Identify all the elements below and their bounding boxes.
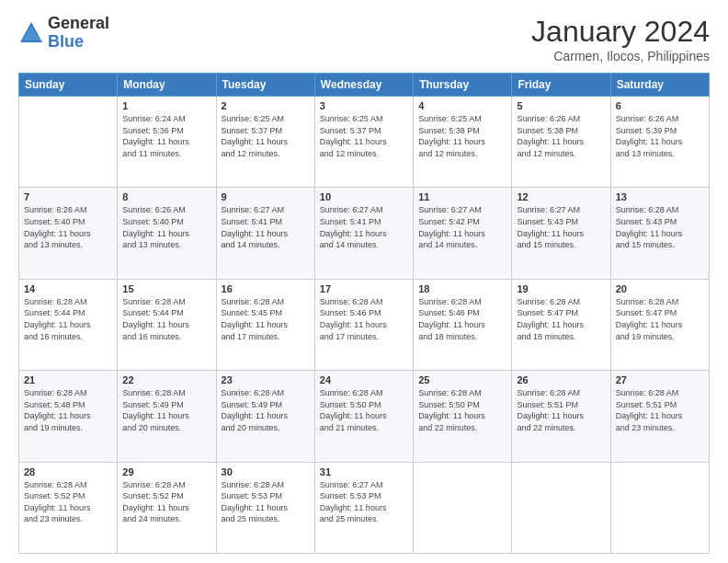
calendar-cell: 5Sunrise: 6:26 AMSunset: 5:38 PMDaylight… (512, 97, 610, 188)
day-number: 5 (517, 100, 605, 111)
day-info: Sunrise: 6:24 AMSunset: 5:36 PMDaylight:… (122, 113, 210, 159)
calendar-cell: 14Sunrise: 6:28 AMSunset: 5:44 PMDayligh… (19, 279, 118, 370)
day-info: Sunrise: 6:28 AMSunset: 5:46 PMDaylight:… (320, 296, 408, 342)
day-number: 9 (222, 191, 310, 202)
calendar-cell: 1Sunrise: 6:24 AMSunset: 5:36 PMDaylight… (118, 97, 216, 188)
calendar-cell: 6Sunrise: 6:26 AMSunset: 5:39 PMDaylight… (610, 97, 709, 188)
day-info: Sunrise: 6:27 AMSunset: 5:53 PMDaylight:… (320, 479, 408, 525)
calendar-cell: 15Sunrise: 6:28 AMSunset: 5:44 PMDayligh… (118, 279, 216, 370)
calendar-body: 1Sunrise: 6:24 AMSunset: 5:36 PMDaylight… (19, 97, 710, 554)
calendar-cell: 25Sunrise: 6:28 AMSunset: 5:50 PMDayligh… (414, 371, 512, 462)
month-title: January 2024 (531, 15, 710, 49)
day-number: 14 (24, 283, 112, 294)
day-header-friday: Friday (512, 74, 610, 97)
day-header-sunday: Sunday (19, 74, 118, 97)
day-number: 1 (122, 100, 210, 111)
calendar-cell (610, 462, 709, 553)
day-number: 20 (616, 283, 704, 294)
day-info: Sunrise: 6:28 AMSunset: 5:50 PMDaylight:… (320, 387, 408, 433)
calendar-cell: 19Sunrise: 6:28 AMSunset: 5:47 PMDayligh… (512, 279, 610, 370)
calendar-cell: 16Sunrise: 6:28 AMSunset: 5:45 PMDayligh… (216, 279, 314, 370)
logo: General Blue (18, 15, 109, 52)
day-header-thursday: Thursday (414, 74, 512, 97)
calendar-week-1: 1Sunrise: 6:24 AMSunset: 5:36 PMDaylight… (19, 97, 710, 188)
day-header-saturday: Saturday (610, 74, 709, 97)
calendar-cell: 7Sunrise: 6:26 AMSunset: 5:40 PMDaylight… (19, 188, 118, 279)
calendar-cell: 20Sunrise: 6:28 AMSunset: 5:47 PMDayligh… (610, 279, 709, 370)
day-number: 27 (616, 374, 704, 385)
day-info: Sunrise: 6:28 AMSunset: 5:47 PMDaylight:… (616, 296, 704, 342)
day-info: Sunrise: 6:27 AMSunset: 5:41 PMDaylight:… (320, 204, 408, 250)
day-info: Sunrise: 6:28 AMSunset: 5:52 PMDaylight:… (122, 479, 210, 525)
calendar-cell: 21Sunrise: 6:28 AMSunset: 5:48 PMDayligh… (19, 371, 118, 462)
day-info: Sunrise: 6:25 AMSunset: 5:37 PMDaylight:… (320, 113, 408, 159)
calendar-cell: 4Sunrise: 6:25 AMSunset: 5:38 PMDaylight… (414, 97, 512, 188)
calendar-cell: 12Sunrise: 6:27 AMSunset: 5:43 PMDayligh… (512, 188, 610, 279)
day-number: 8 (122, 191, 210, 202)
calendar-cell: 26Sunrise: 6:28 AMSunset: 5:51 PMDayligh… (512, 371, 610, 462)
day-info: Sunrise: 6:26 AMSunset: 5:40 PMDaylight:… (24, 204, 112, 250)
day-info: Sunrise: 6:28 AMSunset: 5:45 PMDaylight:… (222, 296, 310, 342)
header: General Blue January 2024 Carmen, Ilocos… (18, 15, 710, 63)
calendar-cell: 11Sunrise: 6:27 AMSunset: 5:42 PMDayligh… (414, 188, 512, 279)
day-info: Sunrise: 6:25 AMSunset: 5:38 PMDaylight:… (418, 113, 506, 159)
logo-icon (18, 20, 44, 46)
day-info: Sunrise: 6:26 AMSunset: 5:40 PMDaylight:… (122, 204, 210, 250)
day-number: 4 (418, 100, 506, 111)
day-number: 26 (517, 374, 605, 385)
calendar-cell: 27Sunrise: 6:28 AMSunset: 5:51 PMDayligh… (610, 371, 709, 462)
day-number: 31 (320, 466, 408, 477)
day-number: 7 (24, 191, 112, 202)
day-info: Sunrise: 6:28 AMSunset: 5:43 PMDaylight:… (616, 204, 704, 250)
calendar-cell: 10Sunrise: 6:27 AMSunset: 5:41 PMDayligh… (314, 188, 413, 279)
day-info: Sunrise: 6:28 AMSunset: 5:48 PMDaylight:… (24, 387, 112, 433)
logo-blue-text: Blue (48, 33, 109, 52)
day-info: Sunrise: 6:28 AMSunset: 5:49 PMDaylight:… (222, 387, 310, 433)
calendar-week-4: 21Sunrise: 6:28 AMSunset: 5:48 PMDayligh… (19, 371, 710, 462)
day-number: 30 (222, 466, 310, 477)
calendar-week-2: 7Sunrise: 6:26 AMSunset: 5:40 PMDaylight… (19, 188, 710, 279)
calendar-week-5: 28Sunrise: 6:28 AMSunset: 5:52 PMDayligh… (19, 462, 710, 553)
day-number: 21 (24, 374, 112, 385)
calendar-cell (414, 462, 512, 553)
calendar-cell: 8Sunrise: 6:26 AMSunset: 5:40 PMDaylight… (118, 188, 216, 279)
calendar-cell: 18Sunrise: 6:28 AMSunset: 5:46 PMDayligh… (414, 279, 512, 370)
day-number: 17 (320, 283, 408, 294)
day-info: Sunrise: 6:25 AMSunset: 5:37 PMDaylight:… (222, 113, 310, 159)
day-info: Sunrise: 6:28 AMSunset: 5:47 PMDaylight:… (517, 296, 605, 342)
day-info: Sunrise: 6:28 AMSunset: 5:53 PMDaylight:… (222, 479, 310, 525)
day-number: 16 (222, 283, 310, 294)
day-info: Sunrise: 6:27 AMSunset: 5:43 PMDaylight:… (517, 204, 605, 250)
day-number: 3 (320, 100, 408, 111)
logo-general-text: General (48, 15, 109, 33)
day-info: Sunrise: 6:27 AMSunset: 5:41 PMDaylight:… (222, 204, 310, 250)
calendar-header-row: SundayMondayTuesdayWednesdayThursdayFrid… (19, 74, 710, 97)
day-header-monday: Monday (118, 74, 216, 97)
calendar-cell (512, 462, 610, 553)
day-header-tuesday: Tuesday (216, 74, 314, 97)
calendar-cell: 2Sunrise: 6:25 AMSunset: 5:37 PMDaylight… (216, 97, 314, 188)
calendar-table: SundayMondayTuesdayWednesdayThursdayFrid… (18, 73, 710, 554)
calendar-cell: 31Sunrise: 6:27 AMSunset: 5:53 PMDayligh… (314, 462, 413, 553)
day-info: Sunrise: 6:28 AMSunset: 5:44 PMDaylight:… (122, 296, 210, 342)
day-number: 10 (320, 191, 408, 202)
calendar-cell (19, 97, 118, 188)
calendar-cell: 24Sunrise: 6:28 AMSunset: 5:50 PMDayligh… (314, 371, 413, 462)
location-title: Carmen, Ilocos, Philippines (531, 49, 710, 63)
calendar-cell: 3Sunrise: 6:25 AMSunset: 5:37 PMDaylight… (314, 97, 413, 188)
day-number: 25 (418, 374, 506, 385)
day-info: Sunrise: 6:28 AMSunset: 5:51 PMDaylight:… (517, 387, 605, 433)
day-info: Sunrise: 6:28 AMSunset: 5:50 PMDaylight:… (418, 387, 506, 433)
calendar-cell: 22Sunrise: 6:28 AMSunset: 5:49 PMDayligh… (118, 371, 216, 462)
day-info: Sunrise: 6:28 AMSunset: 5:44 PMDaylight:… (24, 296, 112, 342)
day-number: 24 (320, 374, 408, 385)
calendar-week-3: 14Sunrise: 6:28 AMSunset: 5:44 PMDayligh… (19, 279, 710, 370)
day-info: Sunrise: 6:26 AMSunset: 5:39 PMDaylight:… (616, 113, 704, 159)
day-number: 2 (222, 100, 310, 111)
day-number: 19 (517, 283, 605, 294)
day-number: 28 (24, 466, 112, 477)
calendar-cell: 23Sunrise: 6:28 AMSunset: 5:49 PMDayligh… (216, 371, 314, 462)
day-number: 22 (122, 374, 210, 385)
day-number: 23 (222, 374, 310, 385)
day-info: Sunrise: 6:28 AMSunset: 5:51 PMDaylight:… (616, 387, 704, 433)
